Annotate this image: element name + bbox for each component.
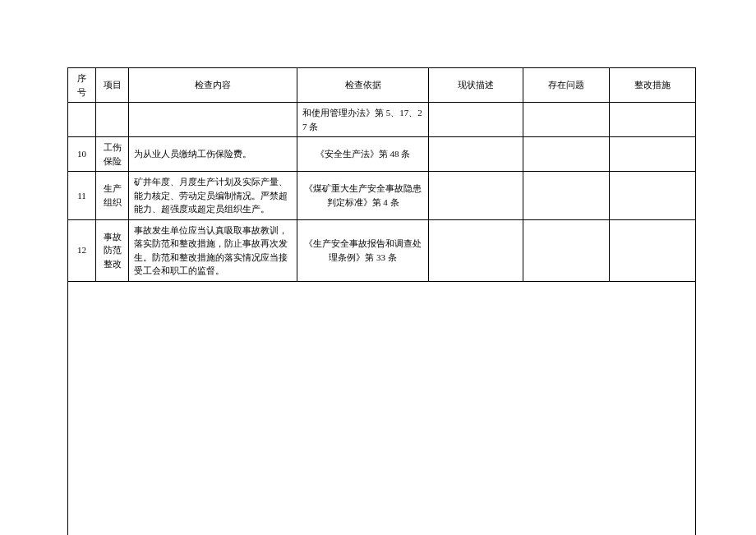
cell-content: 矿井年度、月度生产计划及实际产量、能力核定、劳动定员编制情况。严禁超能力、超强度… xyxy=(129,172,297,220)
header-status: 现状描述 xyxy=(429,68,523,103)
header-problem: 存在问题 xyxy=(523,68,610,103)
table-row: 和使用管理办法》第 5、17、27 条 xyxy=(68,103,696,137)
cell-status xyxy=(429,219,523,281)
cell-basis: 《煤矿重大生产安全事故隐患判定标准》第 4 条 xyxy=(297,172,429,220)
cell-action xyxy=(610,172,696,220)
cell-basis: 《安全生产法》第 48 条 xyxy=(297,137,429,172)
inspection-table: 序号 项目 检查内容 检查依据 现状描述 存在问题 整改措施 和使用管理办法》第… xyxy=(67,67,696,535)
cell-item: 生产组织 xyxy=(96,172,129,220)
cell-seq: 12 xyxy=(68,219,96,281)
cell-item: 事故防范整改 xyxy=(96,219,129,281)
cell-seq: 11 xyxy=(68,172,96,220)
cell-seq xyxy=(68,103,96,137)
cell-status xyxy=(429,137,523,172)
cell-seq: 10 xyxy=(68,137,96,172)
table-header-row: 序号 项目 检查内容 检查依据 现状描述 存在问题 整改措施 xyxy=(68,68,696,103)
cell-status xyxy=(429,103,523,137)
cell-content: 为从业人员缴纳工伤保险费。 xyxy=(129,137,297,172)
cell-basis: 《生产安全事故报告和调查处理条例》第 33 条 xyxy=(297,219,429,281)
cell-content xyxy=(129,103,297,137)
cell-action xyxy=(610,219,696,281)
table-blank-area xyxy=(68,281,696,535)
header-action: 整改措施 xyxy=(610,68,696,103)
cell-status xyxy=(429,172,523,220)
table-row: 11 生产组织 矿井年度、月度生产计划及实际产量、能力核定、劳动定员编制情况。严… xyxy=(68,172,696,220)
cell-problem xyxy=(523,219,610,281)
cell-action xyxy=(610,103,696,137)
table-row: 12 事故防范整改 事故发生单位应当认真吸取事故教训，落实防范和整改措施，防止事… xyxy=(68,219,696,281)
table-row: 10 工伤保险 为从业人员缴纳工伤保险费。 《安全生产法》第 48 条 xyxy=(68,137,696,172)
cell-item xyxy=(96,103,129,137)
cell-problem xyxy=(523,103,610,137)
blank-cell xyxy=(68,281,696,535)
header-item: 项目 xyxy=(96,68,129,103)
cell-problem xyxy=(523,172,610,220)
cell-problem xyxy=(523,137,610,172)
cell-item: 工伤保险 xyxy=(96,137,129,172)
header-seq: 序号 xyxy=(68,68,96,103)
header-content: 检查内容 xyxy=(129,68,297,103)
cell-content: 事故发生单位应当认真吸取事故教训，落实防范和整改措施，防止事故再次发生。防范和整… xyxy=(129,219,297,281)
header-basis: 检查依据 xyxy=(297,68,429,103)
cell-action xyxy=(610,137,696,172)
cell-basis: 和使用管理办法》第 5、17、27 条 xyxy=(297,103,429,137)
